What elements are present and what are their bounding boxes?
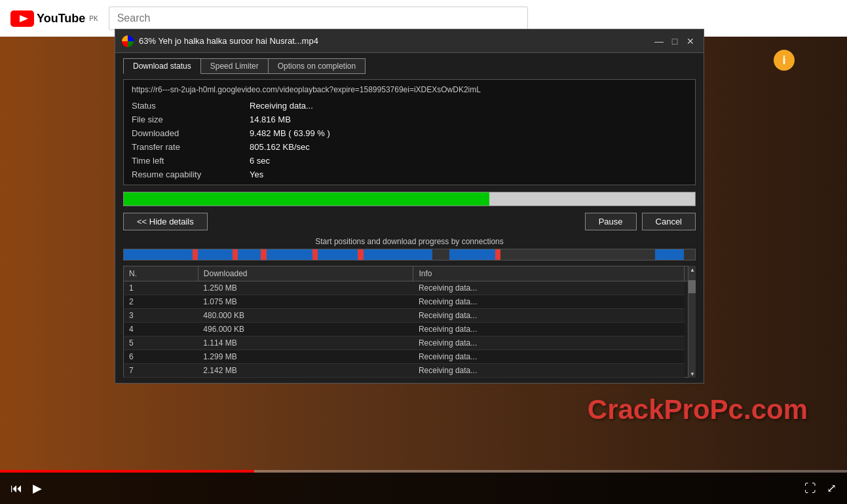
dialog-app-icon [122,35,134,47]
yt-pk-label: PK [89,15,98,22]
conn-seg-16 [655,249,684,260]
dialog-titlebar: 63% Yeh jo halka halka suroor hai Nusrat… [115,29,704,53]
cell-info: Receiving data... [413,336,685,350]
table-row: 1 1.250 MB Receiving data... [124,281,696,295]
table-row: 4 496.000 KB Receiving data... [124,323,696,336]
pause-button[interactable]: Pause [585,213,637,230]
info-grid: Status Receiving data... File size 14.81… [132,101,687,179]
fullscreen-btn[interactable]: ⛶ [804,482,816,495]
cancel-button[interactable]: Cancel [642,213,696,230]
hide-details-button[interactable]: << Hide details [123,213,208,230]
downloaded-label: Downloaded [132,128,250,138]
cell-n: 5 [124,336,198,350]
download-progress-fill [124,192,489,206]
scrollbar-track[interactable]: ▲ ▼ [688,266,696,378]
video-controls: ⏮ ▶ ⛶ ⤢ [0,473,847,504]
conn-seg-1 [124,249,193,260]
conn-seg-3 [198,249,232,260]
connections-label: Start positions and download progress by… [123,237,696,246]
filesize-value: 14.816 MB [250,115,687,124]
cell-info: Receiving data... [413,281,685,295]
conn-seg-11 [364,249,432,260]
action-buttons: << Hide details Pause Cancel [123,213,696,230]
conn-seg-4 [233,249,238,260]
resume-value: Yes [250,170,687,179]
resume-label: Resume capability [132,170,250,179]
status-label: Status [132,101,250,111]
scrollbar-thumb[interactable] [688,280,696,293]
dialog-controls: — □ ✕ [652,35,697,48]
dialog-content: Download status Speed Limiter Options on… [115,53,704,383]
scrollbar-down-arrow[interactable]: ▼ [688,370,696,378]
table-row: 6 1.299 MB Receiving data... [124,350,696,364]
yt-logo: YouTube PK [10,10,98,27]
conn-seg-8 [312,249,318,260]
transfer-value: 805.162 KB/sec [250,142,687,152]
downloaded-value: 9.482 MB ( 63.99 % ) [250,128,687,138]
cell-downloaded: 2.142 MB [198,364,413,378]
col-header-info: Info [413,266,685,281]
expand-btn[interactable]: ⤢ [827,481,837,495]
skip-back-btn[interactable]: ⏮ [10,482,22,495]
tab-options-completion[interactable]: Options on completion [268,58,366,74]
play-btn[interactable]: ▶ [33,481,42,495]
tab-download-status[interactable]: Download status [123,58,201,74]
download-progress-bar [123,192,696,206]
tab-speed-limiter[interactable]: Speed Limiter [200,58,269,74]
cell-info: Receiving data... [413,364,685,378]
cell-n: 6 [124,350,198,364]
cell-n: 2 [124,295,198,309]
info-box: https://r6---sn-2uja-h0ml.googlevideo.co… [123,79,696,185]
conn-seg-7 [267,249,312,260]
minimize-button[interactable]: — [652,35,666,48]
youtube-icon [10,10,34,27]
cell-downloaded: 1.114 MB [198,336,413,350]
table-row: 2 1.075 MB Receiving data... [124,295,696,309]
conn-seg-10 [358,249,364,260]
timeleft-label: Time left [132,156,250,166]
cell-downloaded: 1.299 MB [198,350,413,364]
conn-seg-12 [432,249,449,260]
search-input[interactable] [109,7,528,30]
conn-seg-5 [238,249,261,260]
tabs: Download status Speed Limiter Options on… [123,58,696,74]
table-wrapper: N. Downloaded Info 1 1.250 MB Receiving … [123,266,696,378]
conn-seg-9 [318,249,358,260]
col-header-n: N. [124,266,198,281]
cell-info: Receiving data... [413,323,685,336]
cell-n: 1 [124,281,198,295]
table-row: 5 1.114 MB Receiving data... [124,336,696,350]
col-header-downloaded: Downloaded [198,266,413,281]
cell-n: 3 [124,309,198,323]
cell-downloaded: 496.000 KB [198,323,413,336]
yt-logo-text: YouTube [37,12,85,26]
cell-downloaded: 480.000 KB [198,309,413,323]
watermark: CrackProPc.com [588,394,808,425]
cell-n: 4 [124,323,198,336]
connections-bar [123,249,696,261]
info-icon[interactable]: i [774,50,795,71]
cell-downloaded: 1.075 MB [198,295,413,309]
cell-info: Receiving data... [413,350,685,364]
filesize-label: File size [132,115,250,124]
connections-table: N. Downloaded Info 1 1.250 MB Receiving … [123,266,696,378]
download-dialog: 63% Yeh jo halka halka suroor hai Nusrat… [115,29,704,384]
cell-info: Receiving data... [413,295,685,309]
table-row: 3 480.000 KB Receiving data... [124,309,696,323]
url-text: https://r6---sn-2uja-h0ml.googlevideo.co… [132,85,687,94]
conn-seg-17 [684,249,695,260]
conn-seg-14 [495,249,501,260]
cell-info: Receiving data... [413,309,685,323]
close-button[interactable]: ✕ [684,35,697,48]
conn-seg-6 [261,249,267,260]
timeleft-value: 6 sec [250,156,687,166]
maximize-button[interactable]: □ [668,35,681,48]
cell-downloaded: 1.250 MB [198,281,413,295]
dialog-title: 63% Yeh jo halka halka suroor hai Nusrat… [139,36,647,46]
transfer-label: Transfer rate [132,142,250,152]
conn-seg-15 [500,249,655,260]
scrollbar-up-arrow[interactable]: ▲ [688,266,696,274]
cell-n: 7 [124,364,198,378]
status-value: Receiving data... [250,101,687,111]
table-row: 7 2.142 MB Receiving data... [124,364,696,378]
